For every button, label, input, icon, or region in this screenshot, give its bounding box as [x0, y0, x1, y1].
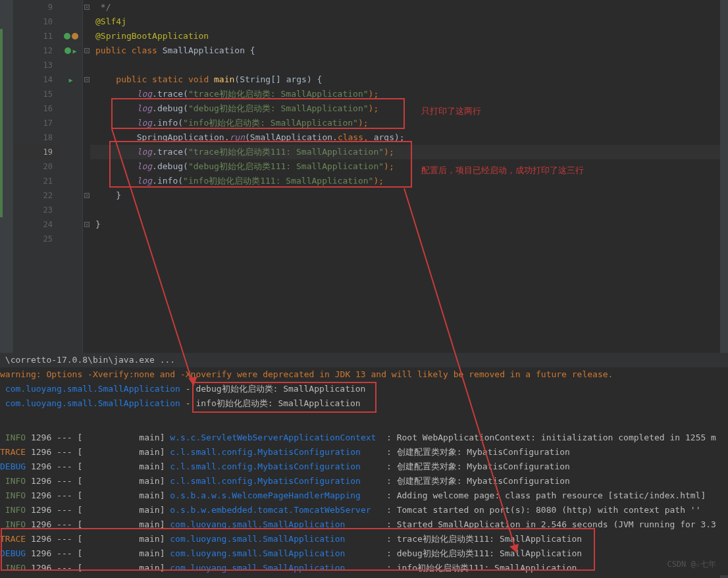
line-num[interactable]: 18	[13, 130, 59, 145]
code-editor: 9 10 11 12 13 14 15 16 17 18 19 20 21 22…	[0, 0, 728, 353]
play-icon: ▶	[68, 76, 72, 84]
line-num[interactable]: 24	[13, 217, 59, 232]
log-line: INFO 1296 --- [ main] w.s.c.ServletWebSe…	[0, 431, 728, 445]
fold-marker-icon[interactable]: -	[84, 77, 90, 82]
annotation: @Slf4j	[95, 16, 126, 26]
log-line: TRACE 1296 --- [ main] c.l.small.config.…	[0, 445, 728, 460]
comment: */	[95, 2, 111, 12]
run-icon	[64, 33, 70, 39]
line-num[interactable]: 23	[13, 203, 59, 217]
watermark: CSDN @☆七年	[667, 559, 716, 570]
line-num[interactable]: 20	[13, 159, 59, 174]
log-line: DEBUG 1296 --- [ main] com.luoyang.small…	[0, 546, 728, 561]
log-output[interactable]: INFO 1296 --- [ main] w.s.c.ServletWebSe…	[0, 431, 728, 575]
log-line: INFO 1296 --- [ main] com.luoyang.small.…	[0, 517, 728, 532]
line-num[interactable]: 11	[13, 29, 59, 43]
fold-marker-icon[interactable]: -	[84, 48, 90, 53]
run-icon	[65, 47, 71, 54]
line-num[interactable]: 12	[13, 43, 59, 58]
line-num[interactable]: 25	[13, 232, 59, 246]
vcs-change-bar[interactable]	[0, 29, 3, 217]
line-num[interactable]: 21	[13, 174, 59, 188]
exec-command: \corretto-17.0.8\bin\java.exe ...	[0, 353, 728, 367]
annotation-text: 配置后，项目已经启动，成功打印了这三行	[421, 165, 584, 176]
log-line: INFO 1296 --- [ main] com.luoyang.small.…	[0, 561, 728, 575]
line-num[interactable]: 10	[13, 14, 59, 29]
fold-column[interactable]: - - - - -	[82, 0, 90, 353]
line-num-current[interactable]: 19	[13, 145, 59, 159]
annotation: @SpringBootApplication	[95, 31, 209, 41]
annotation-text: 只打印了这两行	[421, 105, 481, 117]
line-num[interactable]: 13	[13, 58, 59, 72]
gutter-icons: ▶ ▶	[59, 0, 82, 353]
line-num[interactable]: 22	[13, 188, 59, 203]
line-number-gutter[interactable]: 9 10 11 12 13 14 15 16 17 18 19 20 21 22…	[13, 0, 59, 353]
console-warning: warning: Options -Xverify:none and -Xnov…	[0, 369, 613, 379]
log-line: TRACE 1296 --- [ main] com.luoyang.small…	[0, 532, 728, 546]
line-num[interactable]: 14	[13, 72, 59, 87]
debug-icon	[72, 33, 78, 39]
line-num[interactable]: 17	[13, 116, 59, 130]
fold-marker-icon[interactable]: -	[84, 222, 90, 227]
run-method-gutter-icon[interactable]: ▶	[59, 72, 82, 87]
code-content[interactable]: */ @Slf4j @SpringBootApplication public …	[90, 0, 728, 353]
console-panel: \corretto-17.0.8\bin\java.exe ... warnin…	[0, 353, 728, 575]
fold-marker-icon[interactable]: -	[84, 5, 90, 10]
line-num[interactable]: 16	[13, 101, 59, 116]
line-num[interactable]: 15	[13, 87, 59, 101]
log-line: INFO 1296 --- [ main] o.s.b.w.embedded.t…	[0, 503, 728, 517]
run-class-gutter-icon[interactable]	[59, 29, 82, 43]
log-line: DEBUG 1296 --- [ main] c.l.small.config.…	[0, 460, 728, 474]
play-icon: ▶	[72, 47, 76, 55]
log-line: INFO 1296 --- [ main] c.l.small.config.M…	[0, 474, 728, 488]
fold-marker-icon[interactable]: -	[84, 193, 90, 198]
line-num[interactable]: 9	[13, 0, 59, 14]
log-line: INFO 1296 --- [ main] o.s.b.a.w.s.Welcom…	[0, 488, 728, 503]
run-class-gutter-icon[interactable]: ▶	[59, 43, 82, 58]
